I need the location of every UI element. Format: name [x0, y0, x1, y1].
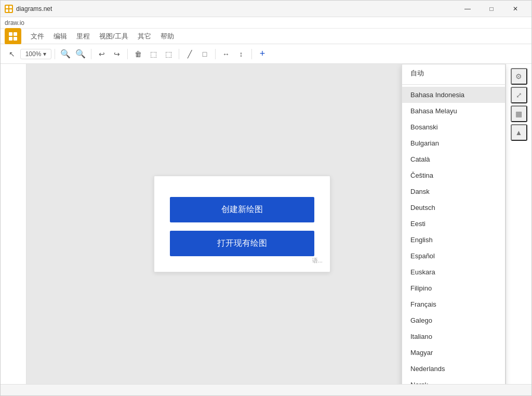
app-subtitle-text: draw.io: [5, 19, 24, 27]
collapse-btn[interactable]: ▲: [511, 124, 527, 141]
zoom-in-btn[interactable]: 🔍: [73, 47, 88, 61]
expand-icon: ⤢: [516, 91, 522, 99]
lang-item-english[interactable]: English: [402, 232, 505, 248]
panel-icon: ▦: [515, 110, 522, 118]
svg-rect-7: [14, 37, 17, 41]
dialog-footer: 语...: [312, 257, 323, 265]
lang-item-catala[interactable]: Català: [402, 151, 505, 167]
main-area: 创建新绘图 打开现有绘图 语... ⚙ ⤢ ▦ ▲: [1, 64, 531, 384]
maximize-button[interactable]: □: [480, 1, 503, 17]
toolbar-sep-2: [91, 49, 91, 59]
dialog-footer-text: 语...: [312, 257, 323, 263]
toolbar-sep-3: [127, 49, 128, 59]
lang-item-norsk[interactable]: Norsk: [402, 377, 505, 384]
right-sidebar: ⚙ ⤢ ▦ ▲: [506, 64, 531, 384]
undo-btn[interactable]: ↩: [95, 47, 109, 61]
menu-file[interactable]: 文件: [26, 30, 48, 43]
lang-auto-item[interactable]: 自动: [402, 64, 505, 82]
lang-item-dansk[interactable]: Dansk: [402, 183, 505, 200]
lang-item-nederlands[interactable]: Nederlands: [402, 361, 505, 377]
toolbar-zoom-control[interactable]: 100% ▾: [20, 49, 51, 59]
align-btn-2[interactable]: ↕: [234, 47, 248, 61]
redo-btn[interactable]: ↪: [110, 47, 124, 61]
toolbar-btn-5[interactable]: ⬚: [161, 47, 176, 61]
minimize-button[interactable]: —: [456, 1, 480, 17]
status-bar: [1, 384, 531, 395]
lang-divider: [402, 84, 505, 85]
menu-view[interactable]: 里程: [72, 30, 94, 43]
lang-item-espanol[interactable]: Español: [402, 248, 505, 264]
toolbar-select-btn[interactable]: ↖: [5, 47, 19, 61]
shape-btn[interactable]: □: [197, 47, 212, 61]
lang-item-bahasa-melayu[interactable]: Bahasa Melayu: [402, 103, 505, 119]
menu-logo: [5, 28, 21, 45]
toolbar-sep-4: [179, 49, 179, 59]
app-icon: [5, 5, 13, 13]
toolbar-btn-4[interactable]: ⬚: [146, 47, 161, 61]
lang-item-magyar[interactable]: Magyar: [402, 345, 505, 361]
lang-item-bahasa-indonesia[interactable]: Bahasa Indonesia: [402, 87, 505, 103]
title-bar: diagrams.net — □ ✕: [1, 1, 531, 17]
gear-icon: ⚙: [515, 72, 522, 81]
toolbar-sep-1: [55, 49, 55, 59]
toolbar: ↖ 100% ▾ 🔍 🔍 ↩ ↪ 🗑 ⬚ ⬚ ╱ □ ↔ ↕: [1, 44, 531, 64]
app-subtitle-bar: draw.io: [1, 17, 531, 29]
settings-btn[interactable]: ⚙: [511, 68, 527, 85]
menu-help[interactable]: 帮助: [156, 30, 178, 43]
svg-rect-6: [9, 37, 12, 41]
lang-item-euskara[interactable]: Euskara: [402, 264, 505, 280]
lang-item-bulgarian[interactable]: Bulgarian: [402, 135, 505, 151]
menu-bar: 文件 编辑 里程 视图/工具 其它 帮助: [1, 29, 531, 44]
toolbar-group-align: ↔ ↕: [219, 47, 248, 61]
toolbar-group-zoom: 🔍 🔍: [58, 47, 88, 61]
lang-item-francais[interactable]: Français: [402, 296, 505, 312]
collapse-icon: ▲: [515, 128, 523, 137]
lang-item-cestina[interactable]: Čeština: [402, 167, 505, 183]
lang-item-deutsch[interactable]: Deutsch: [402, 200, 505, 216]
create-new-diagram-btn[interactable]: 创建新绘图: [170, 197, 314, 222]
svg-rect-2: [6, 9, 8, 12]
title-bar-text: diagrams.net: [16, 5, 456, 12]
left-sidebar: [1, 64, 26, 384]
toolbar-group-edit: 🗑 ⬚ ⬚: [131, 47, 176, 61]
svg-rect-0: [6, 6, 8, 8]
panel-btn[interactable]: ▦: [511, 105, 527, 122]
lang-item-filipino[interactable]: Filipino: [402, 280, 505, 296]
welcome-dialog: 创建新绘图 打开现有绘图 语...: [154, 176, 330, 272]
close-button[interactable]: ✕: [503, 1, 527, 17]
lang-item-eesti[interactable]: Eesti: [402, 216, 505, 232]
svg-rect-1: [9, 6, 12, 8]
lang-item-bosanski[interactable]: Bosanski: [402, 119, 505, 135]
toolbar-sep-6: [251, 49, 252, 59]
menu-other[interactable]: 其它: [134, 30, 155, 43]
language-dropdown[interactable]: 自动 Bahasa Indonesia Bahasa Melayu Bosans…: [402, 64, 506, 384]
title-bar-controls: — □ ✕: [456, 1, 527, 17]
svg-rect-3: [9, 9, 12, 12]
svg-rect-5: [14, 32, 17, 36]
lang-auto-label: 自动: [410, 69, 424, 77]
delete-btn[interactable]: 🗑: [131, 47, 145, 61]
menu-tools[interactable]: 视图/工具: [95, 30, 132, 43]
zoom-dropdown-icon: ▾: [43, 50, 46, 58]
app-window: diagrams.net — □ ✕ draw.io 文件 编辑 里程 视图/工…: [0, 0, 532, 396]
zoom-out-btn[interactable]: 🔍: [58, 47, 73, 61]
toolbar-group-select: ↖: [5, 47, 19, 61]
expand-btn[interactable]: ⤢: [511, 87, 527, 103]
zoom-value: 100%: [25, 50, 42, 58]
menu-edit[interactable]: 编辑: [49, 30, 71, 43]
add-btn[interactable]: +: [255, 47, 270, 61]
align-btn-1[interactable]: ↔: [219, 47, 233, 61]
toolbar-sep-5: [215, 49, 216, 59]
line-btn[interactable]: ╱: [182, 47, 197, 61]
toolbar-group-shapes: ╱ □: [182, 47, 212, 61]
toolbar-group-history: ↩ ↪: [95, 47, 124, 61]
lang-item-galego[interactable]: Galego: [402, 312, 505, 328]
lang-item-italiano[interactable]: Italiano: [402, 328, 505, 345]
svg-rect-4: [9, 32, 12, 36]
open-existing-diagram-btn[interactable]: 打开现有绘图: [170, 231, 314, 256]
